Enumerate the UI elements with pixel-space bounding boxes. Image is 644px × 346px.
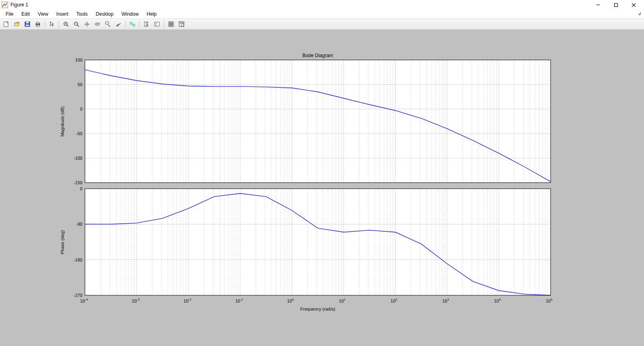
svg-line-18 <box>77 25 79 27</box>
dock-icon[interactable] <box>177 19 186 29</box>
window-controls <box>589 0 642 10</box>
svg-rect-3 <box>614 3 617 6</box>
svg-rect-28 <box>133 24 135 26</box>
menu-item-tools[interactable]: Tools <box>72 10 92 18</box>
svg-point-22 <box>97 24 98 25</box>
print-icon[interactable] <box>33 19 43 29</box>
rotate3d-icon[interactable] <box>93 19 102 29</box>
x-tick-label: 103 <box>442 298 449 303</box>
menu-item-help[interactable]: Help <box>143 10 161 18</box>
svg-rect-43 <box>85 60 551 183</box>
svg-rect-30 <box>144 22 146 27</box>
x-tick-label: 102 <box>390 298 397 303</box>
y-tick-label: 0 <box>66 186 83 191</box>
legend-icon[interactable] <box>152 19 162 29</box>
svg-rect-31 <box>147 22 148 23</box>
y-tick-label: -270 <box>66 293 83 298</box>
y-tick-label: -100 <box>66 156 83 161</box>
save-icon[interactable] <box>23 19 32 29</box>
svg-rect-12 <box>37 25 39 27</box>
svg-rect-27 <box>130 22 132 24</box>
open-icon[interactable] <box>12 19 22 29</box>
brush-icon[interactable] <box>114 19 123 29</box>
frequency-axis-label: Frequency (rad/s) <box>300 307 335 311</box>
close-button[interactable] <box>625 0 642 10</box>
toolbar <box>0 19 644 30</box>
magnitude-axis-label: Magnitude (dB) <box>60 106 65 136</box>
y-tick-label: -150 <box>66 180 83 185</box>
x-tick-label: 10-3 <box>132 298 140 303</box>
window-titlebar: Figure 1 <box>0 0 644 10</box>
svg-rect-41 <box>179 22 184 23</box>
svg-rect-35 <box>155 22 159 26</box>
x-tick-label: 10-2 <box>184 298 191 303</box>
chart-title: Bode Diagram <box>302 53 333 58</box>
menu-item-desktop[interactable]: Desktop <box>92 10 118 18</box>
y-tick-label: -180 <box>66 257 83 262</box>
toolbar-separator <box>164 21 164 28</box>
menu-item-edit[interactable]: Edit <box>17 10 34 18</box>
y-tick-label: 100 <box>66 58 83 62</box>
svg-rect-39 <box>169 23 173 26</box>
menu-item-file[interactable]: File <box>2 10 17 18</box>
window-title: Figure 1 <box>10 2 28 8</box>
hide-tools-icon[interactable] <box>166 19 176 29</box>
maximize-button[interactable] <box>607 0 625 10</box>
x-tick-label: 10-4 <box>80 298 88 303</box>
svg-point-25 <box>109 26 110 27</box>
svg-line-14 <box>67 25 68 27</box>
menu-item-window[interactable]: Window <box>118 10 143 18</box>
svg-rect-34 <box>147 25 148 27</box>
svg-rect-33 <box>147 24 148 25</box>
x-tick-label: 105 <box>546 298 553 303</box>
y-tick-label: -90 <box>66 222 83 227</box>
svg-rect-42 <box>181 24 184 26</box>
y-tick-label: 50 <box>66 82 83 87</box>
y-tick-label: 0 <box>66 107 83 111</box>
link-plot-icon[interactable] <box>128 19 137 29</box>
toolbar-separator <box>59 21 59 28</box>
x-tick-label: 101 <box>339 298 346 303</box>
x-tick-label: 104 <box>494 298 501 303</box>
toolbar-separator <box>45 21 45 28</box>
svg-point-20 <box>87 24 88 25</box>
menubar: FileEditViewInsertToolsDesktopWindowHelp… <box>0 10 644 19</box>
svg-rect-133 <box>85 189 551 295</box>
colorbar-icon[interactable] <box>142 19 151 29</box>
matlab-figure-icon <box>2 2 8 8</box>
new-figure-icon[interactable] <box>2 19 11 29</box>
toolbar-separator <box>125 21 126 28</box>
menu-item-view[interactable]: View <box>34 10 52 18</box>
x-tick-label: 100 <box>287 298 294 303</box>
zoom-out-icon[interactable] <box>72 19 81 29</box>
data-cursor-icon[interactable] <box>103 19 113 29</box>
svg-rect-32 <box>147 23 148 24</box>
toolbar-overflow-icon[interactable]: ↲ <box>638 11 642 16</box>
menu-item-insert[interactable]: Insert <box>52 10 72 18</box>
toolbar-separator <box>139 21 140 28</box>
zoom-in-icon[interactable] <box>61 19 71 29</box>
pointer-icon[interactable] <box>47 19 57 29</box>
svg-rect-23 <box>105 22 109 24</box>
figure-canvas: -150-100-50050100Magnitude (dB)-270-180-… <box>0 30 644 346</box>
minimize-button[interactable] <box>589 0 607 10</box>
x-tick-label: 10-1 <box>235 298 243 303</box>
svg-rect-8 <box>26 22 29 23</box>
phase-axis-label: Phase (deg) <box>60 230 65 254</box>
y-tick-label: -50 <box>66 131 83 136</box>
svg-line-26 <box>119 23 120 25</box>
svg-rect-9 <box>26 25 29 26</box>
pan-icon[interactable] <box>82 19 92 29</box>
svg-rect-11 <box>37 22 39 24</box>
